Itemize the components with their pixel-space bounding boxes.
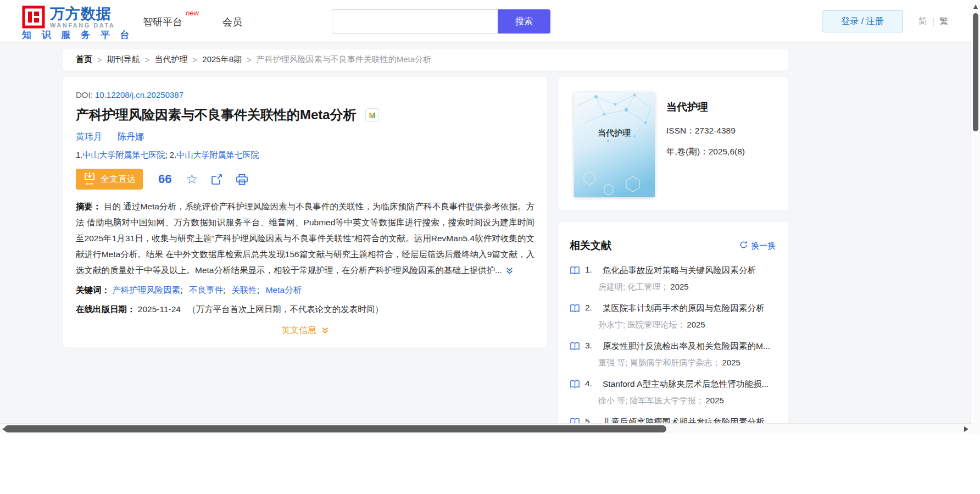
chevron-down-icon [321, 326, 329, 336]
abstract-label: 摘要： [76, 202, 102, 211]
favorite-star-icon[interactable]: ☆ [186, 173, 198, 185]
journal-issn-row: ISSN：2732-4389 [666, 125, 745, 137]
related-item-authors: 徐小 等; 陆军军医大学学报； [598, 396, 704, 405]
book-icon [570, 266, 580, 275]
related-section-title: 相关文献 [570, 238, 611, 253]
breadcrumb-journal-nav[interactable]: 期刊导航 [107, 54, 140, 65]
affiliation-link[interactable]: 中山大学附属第七医院 [83, 150, 165, 159]
abstract-text: 目的 通过Meta分析，系统评价产科护理风险因素与不良事件的关联性，为临床预防产… [76, 202, 534, 275]
horizontal-scrollbar[interactable] [0, 423, 971, 434]
search-button[interactable]: 搜索 [498, 9, 550, 34]
print-icon[interactable] [236, 174, 248, 185]
related-item-link[interactable]: 1. 危化品事故应对策略与关键风险因素分析 [570, 265, 776, 276]
fulltext-access-button[interactable]: free 全文直达 [76, 169, 143, 190]
expand-abstract-chevron-icon[interactable] [505, 264, 514, 280]
nav-item-zhiyan-platform[interactable]: 智研平台 new [143, 15, 182, 29]
keyword-link[interactable]: 不良事件 [189, 285, 223, 295]
related-item-year: 2025 [706, 396, 724, 405]
related-literature-card: 相关文献 换一换 1. [559, 222, 788, 423]
english-info-toggle[interactable]: 英文信息 [76, 325, 534, 336]
abstract: 摘要： 目的 通过Meta分析，系统评价产科护理风险因素与不良事件的关联性，为临… [76, 198, 534, 280]
related-item-authors: 董强 等; 胃肠病学和肝病学杂志； [598, 358, 721, 367]
related-item-link[interactable]: 3. 原发性胆汁反流检出率及相关危险因素的M... [570, 341, 776, 352]
svg-text:当代护理: 当代护理 [598, 128, 631, 137]
affiliation-number: 1. [76, 150, 83, 159]
lang-simplified[interactable]: 简 [918, 16, 927, 27]
list-item: 1. 危化品事故应对策略与关键风险因素分析 房建明; 化工管理；2025 [570, 265, 776, 292]
keyword-link[interactable]: Meta分析 [266, 285, 302, 295]
related-item-number: 1. [585, 265, 598, 275]
share-icon[interactable] [211, 174, 222, 185]
breadcrumb-issue[interactable]: 2025年8期 [202, 54, 242, 65]
affiliation-link[interactable]: 中山大学附属第七医院 [176, 150, 259, 159]
related-item-link[interactable]: 5. 儿童后颅窝肿瘤围术期并发症危险因素分析 [570, 417, 776, 423]
authors-row: 黄玮月 陈丹娜 [76, 131, 534, 143]
article-title-row: 产科护理风险因素与不良事件关联性的Meta分析 M [76, 107, 534, 123]
doi-link[interactable]: 10.12208/j.cn.20250387 [95, 90, 183, 99]
related-item-number: 4. [585, 379, 598, 388]
related-item-title: 儿童后颅窝肿瘤围术期并发症危险因素分析 [603, 417, 765, 423]
lang-divider: | [932, 17, 934, 27]
breadcrumb-home[interactable]: 首页 [76, 54, 92, 65]
related-item-link[interactable]: 2. 某医院非计划再手术的原因与危险因素分析 [570, 303, 776, 314]
article-card: DOI: 10.12208/j.cn.20250387 产科护理风险因素与不良事… [63, 77, 547, 347]
vertical-scrollbar-thumb[interactable] [973, 13, 978, 131]
breadcrumb-journal[interactable]: 当代护理 [155, 54, 188, 65]
issn-value: 2732-4389 [695, 126, 736, 135]
related-item-link[interactable]: 4. Stanford A型主动脉夹层术后急性肾功能损... [570, 379, 776, 390]
english-info-label: 英文信息 [281, 325, 316, 335]
pubdate-label: 在线出版日期： [76, 304, 136, 314]
svg-text:free: free [86, 181, 93, 186]
related-item-meta: 孙永宁; 医院管理论坛；2025 [598, 320, 776, 330]
doi-label: DOI: [76, 90, 93, 99]
book-icon [570, 380, 580, 388]
brand-tagline: 知 识 服 务 平 台 [22, 29, 133, 41]
language-switcher: 简 | 繁 [918, 16, 948, 27]
nav-member-label: 会员 [222, 16, 242, 27]
breadcrumb-current-article: 产科护理风险因素与不良事件关联性的Meta分析 [257, 54, 431, 65]
brand-name-cn: 万方数据 [50, 5, 115, 22]
keyword-link[interactable]: 关联性 [232, 285, 258, 295]
scroll-up-arrow-icon[interactable] [973, 4, 978, 9]
horizontal-scrollbar-thumb[interactable] [4, 425, 666, 432]
affiliation-separator: ; [165, 150, 168, 159]
breadcrumb: 首页 > 期刊导航 > 当代护理 > 2025年8期 > 产科护理风险因素与不良… [63, 49, 788, 70]
brand-name-en: WANFANG DATA [50, 22, 115, 29]
login-register-button[interactable]: 登录 / 注册 [822, 10, 903, 32]
breadcrumb-separator: > [145, 55, 150, 64]
related-item-title: 某医院非计划再手术的原因与危险因素分析 [603, 303, 765, 314]
refresh-icon [739, 241, 748, 251]
related-header: 相关文献 换一换 [570, 238, 776, 253]
lang-traditional[interactable]: 繁 [939, 16, 948, 27]
refresh-related-button[interactable]: 换一换 [739, 241, 776, 251]
cite-quote-icon[interactable]: 66 [158, 174, 171, 185]
affiliation-number: 2. [170, 150, 177, 159]
breadcrumb-separator: > [97, 55, 102, 64]
article-actions: free 全文直达 66 ☆ [76, 169, 534, 190]
related-item-title: 原发性胆汁反流检出率及相关危险因素的M... [603, 341, 770, 352]
affiliations-row: 1.中山大学附属第七医院; 2.中山大学附属第七医院 [76, 150, 534, 160]
new-badge: new [186, 9, 199, 17]
author-link[interactable]: 黄玮月 [76, 131, 102, 143]
wanfang-logo[interactable]: 万方数据 WANFANG DATA [22, 5, 115, 31]
keywords-label: 关键词： [76, 285, 110, 295]
nav-item-member[interactable]: 会员 [222, 15, 242, 29]
search-input[interactable] [332, 9, 498, 34]
related-item-number: 2. [585, 303, 598, 313]
issn-label: ISSN： [666, 126, 695, 135]
fulltext-label: 全文直达 [101, 174, 136, 185]
related-list: 1. 危化品事故应对策略与关键风险因素分析 房建明; 化工管理；2025 2. … [570, 265, 776, 423]
window-bottom-area [0, 434, 980, 494]
related-item-meta: 徐小 等; 陆军军医大学学报；2025 [598, 396, 776, 406]
journal-cover-image[interactable]: 当代护理 [574, 92, 655, 197]
keyword-link[interactable]: 产科护理风险因素 [112, 285, 180, 295]
book-icon [570, 342, 580, 351]
online-pubdate-row: 在线出版日期： 2025-11-24 （万方平台首次上网日期，不代表论文的发表时… [76, 304, 534, 315]
book-icon [570, 304, 580, 313]
scroll-right-arrow-icon[interactable] [964, 426, 968, 432]
vertical-scrollbar[interactable] [971, 0, 980, 423]
journal-name[interactable]: 当代护理 [666, 100, 745, 114]
metrics-m-badge-icon[interactable]: M [365, 108, 379, 122]
svg-text:M: M [369, 110, 375, 119]
author-link[interactable]: 陈丹娜 [118, 131, 144, 143]
